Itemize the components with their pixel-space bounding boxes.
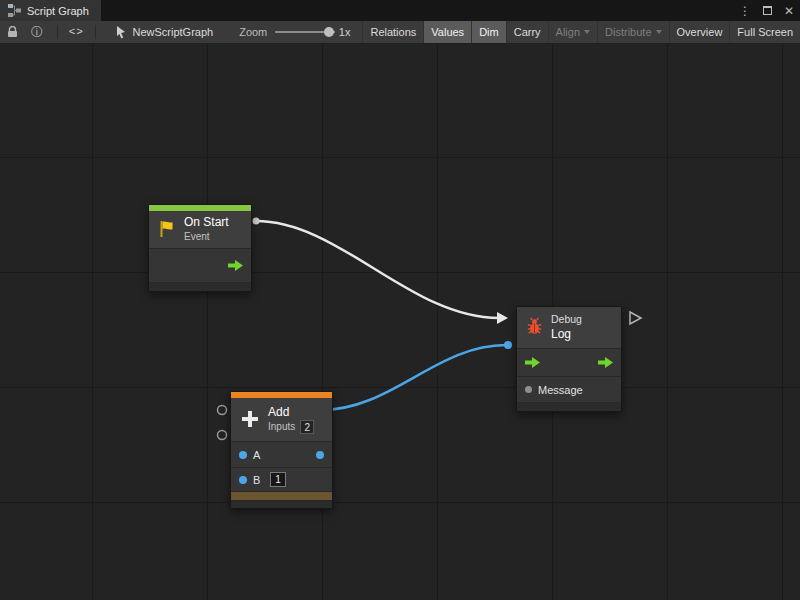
connections-layer — [0, 44, 800, 600]
distribute-button[interactable]: Distribute — [597, 21, 668, 43]
inputs-label: Inputs — [268, 421, 295, 434]
flag-icon — [157, 219, 177, 241]
node-debug-log[interactable]: Debug Log Message — [516, 306, 622, 412]
unconnected-port-indicator-a[interactable] — [218, 406, 227, 415]
port-row-a: A — [231, 442, 332, 468]
flow-input-port[interactable] — [525, 357, 540, 368]
dim-button[interactable]: Dim — [471, 21, 506, 43]
node-footer — [231, 501, 332, 508]
node-title: Log — [551, 327, 582, 342]
flow-ports-row — [517, 349, 621, 377]
dropdown-caret-icon — [584, 30, 590, 34]
node-category: Debug — [551, 313, 582, 326]
node-title: On Start — [184, 215, 229, 230]
inputs-count-field[interactable]: 2 — [300, 420, 314, 434]
maximize-icon[interactable] — [763, 6, 772, 15]
connection-onstart-to-log[interactable] — [256, 221, 499, 318]
node-add[interactable]: Add Inputs 2 A B 1 — [230, 391, 333, 509]
unconnected-port-indicator-b[interactable] — [218, 431, 227, 440]
button-label: Carry — [514, 26, 541, 38]
script-graph-window: Script Graph ⋮ ✕ ⓘ <> NewScriptGraph Zoo… — [0, 0, 800, 600]
message-input-port[interactable] — [525, 386, 532, 393]
flow-connection-start-dot — [253, 218, 260, 225]
dropdown-caret-icon — [656, 30, 662, 34]
node-titles: On Start Event — [184, 215, 229, 244]
graph-canvas[interactable]: On Start Event — [0, 44, 800, 600]
node-subtitle: Event — [184, 231, 229, 244]
zoom-slider-handle[interactable] — [324, 27, 334, 37]
carry-button[interactable]: Carry — [506, 21, 548, 43]
value-connection-end-dot — [504, 341, 512, 349]
button-label: Values — [431, 26, 464, 38]
port-b-value-field[interactable]: 1 — [270, 472, 286, 487]
values-button[interactable]: Values — [423, 21, 471, 43]
graph-asset-icon — [115, 25, 127, 39]
button-label: Distribute — [605, 26, 651, 38]
value-output-port[interactable] — [316, 451, 324, 459]
toolbar-divider — [57, 25, 58, 39]
window-controls: ⋮ ✕ — [739, 0, 794, 21]
tab-title: Script Graph — [27, 5, 89, 17]
zoom-value: 1x — [339, 26, 351, 38]
button-label: Overview — [677, 26, 723, 38]
flow-arrowhead-icon — [497, 312, 508, 324]
plus-icon — [239, 408, 261, 432]
node-titles: Add Inputs 2 — [268, 405, 314, 434]
tab-script-graph[interactable]: Script Graph — [0, 0, 101, 21]
zoom-slider[interactable] — [275, 26, 335, 38]
button-label: Relations — [370, 26, 416, 38]
value-input-port-a[interactable] — [239, 451, 247, 459]
toolbar-divider — [95, 25, 96, 39]
node-title: Add — [268, 405, 314, 420]
node-footer — [149, 283, 251, 291]
code-view-icon[interactable]: <> — [69, 26, 84, 38]
node-header: On Start Event — [149, 211, 251, 249]
node-color-strip — [231, 492, 332, 501]
button-label: Dim — [479, 26, 499, 38]
align-button[interactable]: Align — [548, 21, 597, 43]
toolbar-buttons: Relations Values Dim Carry Align Distrib… — [362, 21, 800, 43]
port-label: B — [253, 474, 260, 486]
graph-name[interactable]: NewScriptGraph — [132, 26, 213, 38]
flow-output-row — [149, 249, 251, 283]
node-titles: Debug Log — [551, 313, 582, 341]
node-on-start[interactable]: On Start Event — [148, 204, 252, 292]
overview-button[interactable]: Overview — [669, 21, 730, 43]
lock-icon[interactable] — [7, 26, 18, 38]
value-input-port-b[interactable] — [239, 476, 247, 484]
flow-output-port[interactable] — [598, 357, 613, 368]
port-row-b: B 1 — [231, 468, 332, 492]
menu-icon[interactable]: ⋮ — [739, 5, 751, 17]
button-label: Full Screen — [737, 26, 793, 38]
relations-button[interactable]: Relations — [362, 21, 423, 43]
flow-continuation-triangle-icon — [630, 312, 641, 324]
node-footer — [517, 403, 621, 411]
connection-add-to-message[interactable] — [321, 345, 506, 410]
node-header: Add Inputs 2 — [231, 398, 332, 442]
node-header: Debug Log — [517, 307, 621, 349]
message-port-row: Message — [517, 377, 621, 403]
full-screen-button[interactable]: Full Screen — [729, 21, 800, 43]
zoom-label: Zoom — [239, 26, 267, 38]
bug-icon — [525, 317, 544, 338]
port-label: Message — [538, 384, 583, 396]
close-icon[interactable]: ✕ — [784, 5, 794, 17]
info-icon[interactable]: ⓘ — [31, 24, 43, 41]
script-graph-tab-icon — [8, 4, 21, 17]
button-label: Align — [556, 26, 580, 38]
flow-output-port[interactable] — [228, 260, 243, 271]
port-label: A — [253, 449, 260, 461]
graph-toolbar: ⓘ <> NewScriptGraph Zoom 1x Relations Va… — [0, 21, 800, 44]
tab-bar: Script Graph ⋮ ✕ — [0, 0, 800, 21]
